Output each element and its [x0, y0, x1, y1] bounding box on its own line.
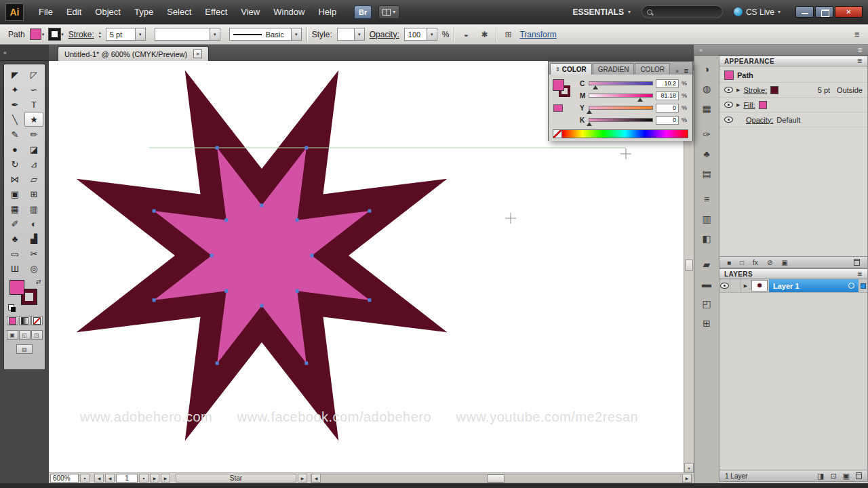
toolbar-collapse-bar[interactable]	[0, 45, 49, 61]
tab-color-guide[interactable]: COLOR	[635, 63, 670, 75]
gradient-panel-icon[interactable]: ▥	[698, 210, 715, 228]
anchor-point[interactable]	[260, 204, 264, 207]
transparency-panel-icon[interactable]: ◧	[698, 230, 715, 247]
brushes-panel-icon[interactable]: ✑	[698, 125, 715, 143]
color-spectrum[interactable]	[553, 129, 688, 138]
stroke-profile-dropdown[interactable]: Basic	[229, 28, 302, 41]
channel-slider[interactable]	[589, 118, 653, 122]
opacity-link[interactable]: Opacity:	[746, 116, 773, 124]
close-button[interactable]	[835, 6, 863, 18]
selection-tool[interactable]: ◤	[5, 67, 24, 82]
opacity-link[interactable]: Opacity:	[370, 30, 399, 39]
paintbrush-tool[interactable]: ✎	[5, 127, 24, 142]
document-tab[interactable]: Untitled-1* @ 600% (CMYK/Preview)	[58, 46, 209, 61]
cs-live-button[interactable]: CS Live	[734, 7, 781, 17]
eyedropper-tool[interactable]: ✐	[5, 216, 24, 231]
layer-target-icon[interactable]	[848, 283, 854, 289]
gradient-tool[interactable]: ▥	[24, 201, 43, 216]
slider-thumb[interactable]	[587, 110, 592, 114]
tab-gradient[interactable]: GRADIEN	[593, 63, 635, 75]
visibility-eye-icon[interactable]	[724, 87, 733, 93]
recolor-artwork-icon[interactable]: ◒	[459, 28, 473, 41]
first-page-button[interactable]	[94, 474, 104, 483]
search-input[interactable]	[642, 5, 723, 18]
anchor-point[interactable]	[153, 209, 156, 213]
new-sublayer-button[interactable]: ⊡	[830, 472, 836, 481]
none-mode-button[interactable]	[31, 316, 43, 325]
color-mode-button[interactable]	[7, 316, 18, 325]
dock-menu-icon[interactable]	[857, 47, 863, 54]
appearance-panel-header[interactable]: APPEARANCE	[719, 56, 868, 66]
symbol-sprayer-tool[interactable]: ♣	[5, 231, 24, 246]
fill-color-swatch[interactable]	[759, 101, 767, 109]
style-dropdown[interactable]	[337, 28, 365, 41]
symbols-panel-icon[interactable]: ♣	[698, 145, 715, 163]
delete-item-button[interactable]	[854, 259, 860, 266]
style-value[interactable]	[337, 28, 355, 41]
previous-page-button[interactable]	[105, 474, 115, 483]
fill-color-dropdown[interactable]	[30, 28, 45, 40]
spectrum-ramp[interactable]	[562, 130, 688, 138]
hand-tool[interactable]: Ш	[5, 261, 24, 276]
menu-help[interactable]: Help	[311, 0, 343, 24]
menu-window[interactable]: Window	[267, 0, 311, 24]
panel-menu-icon[interactable]	[684, 68, 689, 75]
blob-brush-tool[interactable]: ●	[5, 142, 24, 157]
draw-normal-button[interactable]: ▣	[7, 330, 18, 340]
stroke-weight-dropdown[interactable]: 5 pt	[106, 28, 146, 41]
color-panel-icon[interactable]: ◑	[698, 60, 715, 78]
draw-behind-button[interactable]: ◱	[19, 330, 31, 340]
anchor-point[interactable]	[210, 254, 214, 258]
screen-mode-button[interactable]: ▤	[16, 344, 33, 354]
shape-builder-tool[interactable]: ▣	[5, 186, 24, 201]
close-tab-icon[interactable]	[193, 49, 202, 58]
rotate-tool[interactable]: ↻	[5, 157, 24, 171]
anchor-point[interactable]	[216, 146, 219, 150]
layer-expand-icon[interactable]	[741, 279, 750, 292]
dock-collapse-bar[interactable]	[694, 45, 868, 56]
stroke-link[interactable]: Stroke:	[743, 86, 767, 94]
brush-definition-dropdown[interactable]	[155, 28, 220, 41]
menu-effect[interactable]: Effect	[198, 0, 234, 24]
add-new-effect-button[interactable]: fx	[753, 259, 758, 266]
fill-color-proxy[interactable]	[553, 79, 564, 91]
line-segment-tool[interactable]: ╲	[5, 112, 24, 127]
control-bar-menu-icon[interactable]	[854, 30, 860, 38]
layer-thumbnail[interactable]: ✹	[751, 280, 768, 291]
slice-tool[interactable]: ✂	[24, 246, 43, 261]
page-dropdown-icon[interactable]	[139, 474, 149, 483]
align-icon[interactable]	[501, 28, 515, 41]
expand-arrow-icon[interactable]	[736, 87, 740, 93]
stroke-panel-link[interactable]: Stroke:	[68, 30, 94, 39]
transform-panel-icon[interactable]: ⊞	[698, 314, 715, 332]
menu-select[interactable]: Select	[160, 0, 198, 24]
opacity-value[interactable]: 100	[404, 28, 427, 41]
zoom-dropdown-icon[interactable]	[80, 474, 90, 483]
layer-selection-cell[interactable]	[859, 279, 867, 292]
make-clipping-mask-button[interactable]: ◨	[817, 472, 824, 481]
workspace-switcher[interactable]: ESSENTIALS	[573, 7, 631, 17]
width-tool[interactable]: ⋈	[5, 171, 24, 186]
clear-appearance-button[interactable]: ⊘	[767, 259, 772, 266]
align-panel-icon[interactable]: ▬	[698, 275, 715, 293]
layer-row[interactable]: ✹ Layer 1	[719, 279, 867, 293]
scroll-left-icon[interactable]	[311, 474, 321, 483]
add-new-stroke-button[interactable]: ■	[727, 259, 731, 266]
stroke-panel-icon[interactable]: ≡	[698, 190, 715, 208]
menu-file[interactable]: File	[32, 0, 60, 24]
horizontal-scroll-track[interactable]	[321, 474, 682, 483]
default-colors-icon[interactable]	[8, 304, 14, 310]
appearance-fill-row[interactable]: Fill:	[719, 98, 867, 113]
swatches-panel-icon[interactable]: ▦	[698, 100, 715, 117]
anchor-point[interactable]	[311, 254, 314, 258]
stroke-profile-value[interactable]: Basic	[229, 28, 292, 41]
scroll-right-icon[interactable]	[682, 474, 692, 483]
scroll-down-icon[interactable]	[684, 463, 694, 472]
color-guide-panel-icon[interactable]: ◍	[698, 80, 715, 98]
vertical-scroll-thumb[interactable]	[685, 260, 693, 271]
add-new-fill-button[interactable]: □	[740, 259, 744, 266]
layer-name-bar[interactable]: Layer 1	[769, 279, 859, 292]
layers-panel-header[interactable]: LAYERS	[719, 268, 868, 279]
bridge-button[interactable]: Br	[354, 5, 372, 19]
gradient-mode-button[interactable]	[19, 316, 31, 325]
